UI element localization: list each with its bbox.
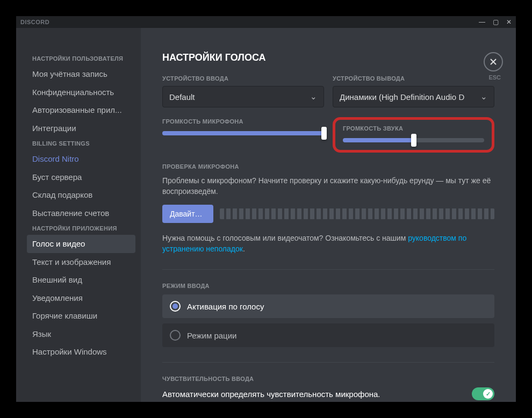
slider-fill: [162, 131, 324, 135]
mic-volume-slider[interactable]: [162, 131, 324, 135]
sidebar-header: НАСТРОЙКИ ПОЛЬЗОВАТЕЛЯ: [27, 52, 135, 65]
slider-fill: [343, 138, 414, 142]
sidebar-item[interactable]: Выставление счетов: [27, 204, 135, 222]
maximize-button[interactable]: ▢: [493, 18, 499, 26]
radio-icon: [170, 301, 181, 312]
radio-label: Режим рации: [187, 331, 236, 340]
help-prefix: Нужна помощь с голосовым или видеочатом?…: [162, 234, 408, 242]
output-volume-slider[interactable]: [343, 138, 484, 142]
settings-content: ESC НАСТРОЙКИ ГОЛОСА УСТРОЙСТВО ВВОДА De…: [141, 28, 516, 402]
sidebar-item[interactable]: Склад подарков: [27, 186, 135, 204]
sidebar-item[interactable]: Конфиденциальность: [27, 83, 135, 102]
output-device-select[interactable]: Динамики (High Definition Audio D ⌄: [333, 86, 494, 107]
input-device-label: УСТРОЙСТВО ВВОДА: [162, 75, 324, 82]
divider: [162, 269, 494, 270]
input-mode-ptt[interactable]: Режим рации: [162, 323, 494, 347]
check-icon: ✓: [483, 389, 493, 399]
slider-thumb[interactable]: [321, 127, 327, 140]
sidebar-item[interactable]: Текст и изображения: [27, 253, 135, 271]
input-mode-voice-activity[interactable]: Активация по голосу: [162, 294, 494, 318]
output-volume-label: ГРОМКОСТЬ ЗВУКА: [343, 125, 484, 132]
mic-test-button[interactable]: Давайте пр...: [162, 205, 213, 223]
chevron-down-icon: ⌄: [310, 92, 317, 102]
input-device-value: Default: [169, 92, 195, 102]
radio-icon: [170, 330, 181, 341]
output-device-value: Динамики (High Definition Audio D: [340, 92, 464, 102]
settings-sidebar: НАСТРОЙКИ ПОЛЬЗОВАТЕЛЯМоя учётная запись…: [16, 28, 141, 402]
minimize-button[interactable]: —: [479, 18, 485, 26]
sidebar-header: НАСТРОЙКИ ПРИЛОЖЕНИЯ: [27, 222, 135, 235]
input-device-select[interactable]: Default ⌄: [162, 86, 324, 107]
discord-window: DISCORD — ▢ ✕ НАСТРОЙКИ ПОЛЬЗОВАТЕЛЯМоя …: [16, 16, 516, 402]
window-controls: — ▢ ✕: [479, 18, 512, 26]
help-suffix: .: [243, 244, 245, 253]
sidebar-header: BILLING SETTINGS: [27, 137, 135, 150]
close-icon: [489, 57, 498, 66]
mic-test-label: ПРОВЕРКА МИКРОФОНА: [162, 163, 494, 170]
divider: [162, 362, 494, 363]
voice-help-line: Нужна помощь с голосовым или видеочатом?…: [162, 233, 494, 255]
brand: DISCORD: [20, 19, 49, 25]
sidebar-item[interactable]: Discord Nitro: [27, 150, 135, 168]
sidebar-item[interactable]: Голос и видео: [27, 235, 135, 253]
input-mode-label: РЕЖИМ ВВОДА: [162, 283, 494, 289]
mic-level-meter: [220, 208, 494, 219]
sidebar-item[interactable]: Уведомления: [27, 289, 135, 307]
output-device-label: УСТРОЙСТВО ВЫВОДА: [333, 75, 494, 82]
page-title: НАСТРОЙКИ ГОЛОСА: [162, 52, 494, 63]
auto-sensitivity-toggle[interactable]: ✓: [472, 387, 494, 400]
sensitivity-label: ЧУВСТВИТЕЛЬНОСТЬ ВВОДА: [162, 376, 494, 382]
sidebar-item[interactable]: Настройки Windows: [27, 343, 135, 361]
sidebar-item[interactable]: Горячие клавиши: [27, 307, 135, 325]
sidebar-item[interactable]: Интеграции: [27, 119, 135, 138]
sidebar-item[interactable]: Внешний вид: [27, 271, 135, 289]
titlebar: DISCORD — ▢ ✕: [16, 16, 516, 28]
sidebar-item[interactable]: Моя учётная запись: [27, 65, 135, 83]
sidebar-item[interactable]: Авторизованные прил...: [27, 101, 135, 119]
mic-test-help: Проблемы с микрофоном? Начните проверку …: [162, 175, 494, 197]
close-window-button[interactable]: ✕: [506, 18, 512, 26]
slider-thumb[interactable]: [411, 134, 416, 147]
close-settings-button[interactable]: [484, 52, 503, 71]
close-label: ESC: [488, 74, 501, 81]
chevron-down-icon: ⌄: [480, 92, 487, 102]
sidebar-item[interactable]: Язык: [27, 325, 135, 343]
radio-label: Активация по голосу: [187, 302, 264, 311]
mic-volume-label: ГРОМКОСТЬ МИКРОФОНА: [162, 118, 324, 125]
sidebar-item[interactable]: Буст сервера: [27, 168, 135, 186]
auto-sensitivity-label: Автоматически определять чувствительност…: [162, 390, 380, 399]
output-volume-highlight: ГРОМКОСТЬ ЗВУКА: [333, 117, 494, 153]
